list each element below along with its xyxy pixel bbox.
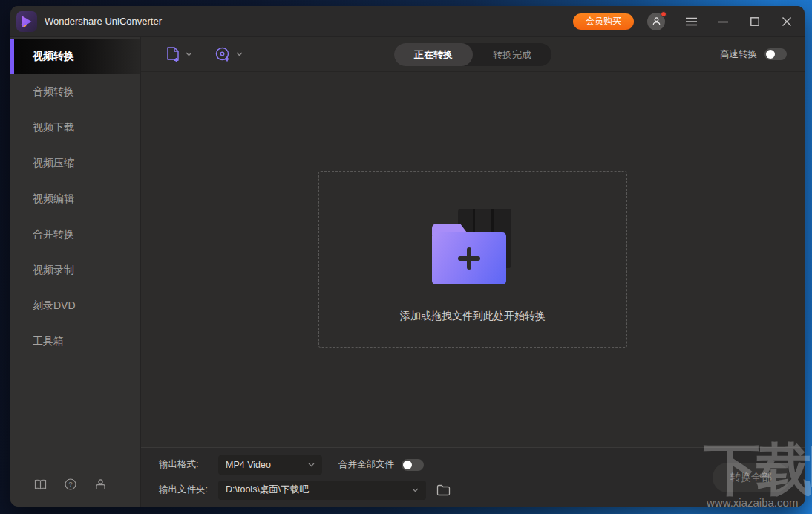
high-speed-label: 高速转换 <box>720 48 757 61</box>
output-folder-row: 输出文件夹: D:\tools\桌面\下载吧 <box>159 481 805 500</box>
file-drop-zone[interactable]: 添加或拖拽文件到此处开始转换 <box>318 171 627 348</box>
output-settings-bar: 输出格式: MP4 Video 合并全部文件 输 <box>141 447 805 507</box>
output-folder-value: D:\tools\桌面\下载吧 <box>226 484 309 496</box>
sidebar-item-label: 视频编辑 <box>33 192 74 206</box>
convert-all-button[interactable]: 转换全部 <box>713 463 790 492</box>
status-tabs: 正在转换 转换完成 <box>394 43 551 66</box>
sidebar-item-video-edit[interactable]: 视频编辑 <box>10 181 140 217</box>
high-speed-group: 高速转换 <box>720 48 787 61</box>
titlebar-right: 会员购买 <box>573 13 793 30</box>
output-folder-select[interactable]: D:\tools\桌面\下载吧 <box>218 481 426 500</box>
user-guide-book-icon[interactable] <box>34 479 47 490</box>
minimize-icon[interactable] <box>717 16 729 27</box>
merge-files-toggle[interactable] <box>402 459 424 471</box>
sidebar-item-toolbox[interactable]: 工具箱 <box>10 324 140 360</box>
toggle-knob <box>403 461 412 469</box>
app-logo-icon <box>16 11 37 32</box>
tab-converting[interactable]: 正在转换 <box>394 43 473 66</box>
app-window: Wondershare UniConverter 会员购买 <box>10 6 805 507</box>
maximize-icon[interactable] <box>749 16 761 27</box>
merge-files-group: 合并全部文件 <box>338 458 424 471</box>
person-icon <box>652 16 661 26</box>
sidebar-item-label: 音频转换 <box>33 85 74 99</box>
sidebar: 视频转换 音频转换 视频下载 视频压缩 视频编辑 合并转换 视频录制 刻录DVD… <box>10 37 140 507</box>
titlebar: Wondershare UniConverter 会员购买 <box>10 6 805 37</box>
sidebar-item-video-convert[interactable]: 视频转换 <box>10 39 140 74</box>
help-question-icon[interactable]: ? <box>65 478 76 490</box>
sidebar-item-label: 视频压缩 <box>33 157 74 170</box>
chevron-down-icon <box>236 52 243 56</box>
user-avatar[interactable] <box>647 13 665 30</box>
hamburger-menu-icon[interactable] <box>685 16 697 27</box>
window-title: Wondershare UniConverter <box>45 16 162 27</box>
sidebar-item-audio-convert[interactable]: 音频转换 <box>10 74 140 110</box>
sidebar-item-label: 刻录DVD <box>33 299 76 313</box>
add-from-disc-icon <box>215 46 232 63</box>
output-format-value: MP4 Video <box>226 460 271 470</box>
window-body: 视频转换 音频转换 视频下载 视频压缩 视频编辑 合并转换 视频录制 刻录DVD… <box>10 37 805 507</box>
add-file-button[interactable] <box>166 46 192 63</box>
high-speed-toggle[interactable] <box>764 48 787 60</box>
output-format-label: 输出格式: <box>159 458 218 471</box>
contact-support-icon[interactable] <box>94 478 107 490</box>
sidebar-item-label: 视频录制 <box>33 264 74 277</box>
sidebar-spacer <box>10 360 140 462</box>
plus-icon <box>456 245 482 272</box>
drop-zone-hint: 添加或拖拽文件到此处开始转换 <box>400 310 546 323</box>
output-format-select[interactable]: MP4 Video <box>218 455 322 475</box>
merge-files-label: 合并全部文件 <box>338 458 394 471</box>
toggle-knob <box>766 50 775 59</box>
output-format-row: 输出格式: MP4 Video 合并全部文件 <box>159 455 805 475</box>
add-file-icon <box>166 46 181 63</box>
sidebar-item-label: 合并转换 <box>33 228 74 241</box>
main-panel: 正在转换 转换完成 高速转换 <box>140 37 805 507</box>
sidebar-item-label: 视频转换 <box>33 50 74 63</box>
toolbar: 正在转换 转换完成 高速转换 <box>141 37 805 72</box>
desktop-background: Wondershare UniConverter 会员购买 <box>0 0 812 514</box>
open-folder-icon[interactable] <box>436 484 451 496</box>
sidebar-item-burn-dvd[interactable]: 刻录DVD <box>10 288 140 324</box>
notification-dot-icon <box>661 11 667 17</box>
sidebar-item-video-download[interactable]: 视频下载 <box>10 110 140 146</box>
membership-buy-button[interactable]: 会员购买 <box>573 13 634 30</box>
add-from-disc-button[interactable] <box>215 46 243 63</box>
sidebar-item-screen-record[interactable]: 视频录制 <box>10 253 140 288</box>
chevron-down-icon <box>412 488 419 492</box>
svg-text:?: ? <box>68 481 72 488</box>
tab-finished[interactable]: 转换完成 <box>473 43 551 66</box>
chevron-down-icon <box>308 463 315 467</box>
sidebar-item-label: 工具箱 <box>33 335 64 348</box>
sidebar-footer: ? <box>10 462 140 507</box>
sidebar-item-video-compress[interactable]: 视频压缩 <box>10 146 140 181</box>
sidebar-item-merge-convert[interactable]: 合并转换 <box>10 217 140 253</box>
close-icon[interactable] <box>781 16 793 27</box>
content-area: 添加或拖拽文件到此处开始转换 <box>141 72 805 447</box>
chevron-down-icon <box>186 52 192 56</box>
add-folder-icon <box>432 209 514 284</box>
output-folder-label: 输出文件夹: <box>159 484 218 496</box>
sidebar-item-label: 视频下载 <box>33 121 74 134</box>
